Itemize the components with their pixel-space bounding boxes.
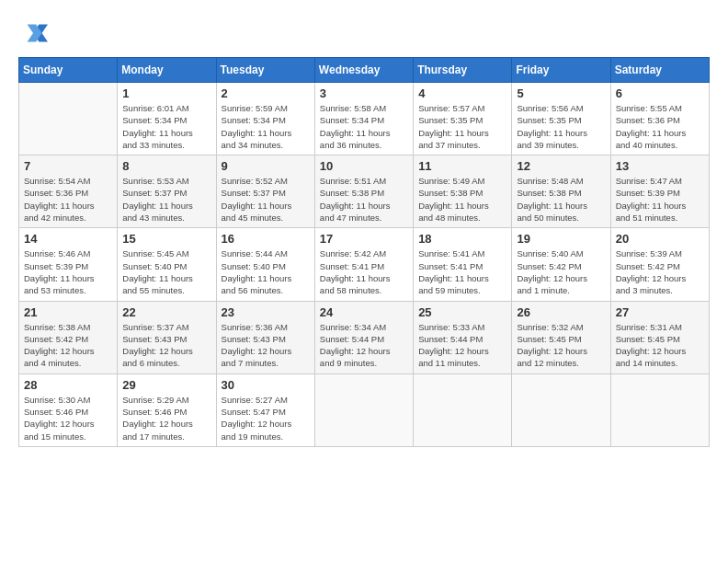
calendar-cell: 23Sunrise: 5:36 AMSunset: 5:43 PMDayligh… [216, 301, 314, 373]
day-number: 15 [122, 232, 210, 246]
day-number: 4 [418, 86, 506, 100]
day-info: Sunrise: 5:39 AMSunset: 5:42 PMDaylight:… [616, 247, 704, 296]
day-number: 26 [517, 305, 605, 319]
day-number: 1 [122, 86, 210, 100]
day-number: 30 [222, 378, 310, 392]
calendar-cell: 28Sunrise: 5:30 AMSunset: 5:46 PMDayligh… [19, 373, 118, 446]
logo-icon [18, 18, 48, 48]
day-number: 8 [122, 159, 210, 173]
calendar-cell [610, 373, 709, 446]
day-info: Sunrise: 5:47 AMSunset: 5:39 PMDaylight:… [616, 175, 704, 224]
calendar-cell: 15Sunrise: 5:45 AMSunset: 5:40 PMDayligh… [118, 228, 216, 301]
calendar-cell: 9Sunrise: 5:52 AMSunset: 5:37 PMDaylight… [216, 155, 314, 228]
day-info: Sunrise: 5:59 AMSunset: 5:34 PMDaylight:… [222, 102, 310, 151]
calendar-cell: 4Sunrise: 5:57 AMSunset: 5:35 PMDaylight… [414, 83, 512, 155]
calendar-cell: 29Sunrise: 5:29 AMSunset: 5:46 PMDayligh… [118, 373, 216, 446]
day-info: Sunrise: 5:27 AMSunset: 5:47 PMDaylight:… [222, 394, 310, 442]
day-number: 9 [222, 159, 310, 173]
day-info: Sunrise: 5:36 AMSunset: 5:43 PMDaylight:… [222, 321, 310, 370]
day-info: Sunrise: 5:37 AMSunset: 5:43 PMDaylight:… [122, 321, 210, 370]
calendar-cell: 27Sunrise: 5:31 AMSunset: 5:45 PMDayligh… [610, 301, 709, 373]
day-info: Sunrise: 5:46 AMSunset: 5:39 PMDaylight:… [24, 247, 112, 296]
day-info: Sunrise: 5:31 AMSunset: 5:45 PMDaylight:… [616, 321, 704, 370]
day-info: Sunrise: 5:48 AMSunset: 5:38 PMDaylight:… [517, 175, 605, 224]
day-info: Sunrise: 6:01 AMSunset: 5:34 PMDaylight:… [122, 102, 210, 151]
calendar-cell: 30Sunrise: 5:27 AMSunset: 5:47 PMDayligh… [216, 373, 314, 446]
day-number: 3 [320, 86, 408, 100]
day-number: 16 [222, 232, 310, 246]
day-number: 18 [418, 232, 506, 246]
calendar-cell: 19Sunrise: 5:40 AMSunset: 5:42 PMDayligh… [512, 228, 610, 301]
calendar-week-4: 21Sunrise: 5:38 AMSunset: 5:42 PMDayligh… [19, 301, 710, 373]
day-number: 5 [517, 86, 605, 100]
calendar-cell [19, 83, 118, 155]
calendar-cell: 7Sunrise: 5:54 AMSunset: 5:36 PMDaylight… [19, 155, 118, 228]
header-day-friday: Friday [512, 58, 610, 83]
calendar-cell: 11Sunrise: 5:49 AMSunset: 5:38 PMDayligh… [414, 155, 512, 228]
day-info: Sunrise: 5:34 AMSunset: 5:44 PMDaylight:… [320, 321, 408, 370]
calendar-header-row: SundayMondayTuesdayWednesdayThursdayFrid… [19, 58, 710, 83]
calendar-week-5: 28Sunrise: 5:30 AMSunset: 5:46 PMDayligh… [19, 373, 710, 446]
calendar-cell: 16Sunrise: 5:44 AMSunset: 5:40 PMDayligh… [216, 228, 314, 301]
header-day-wednesday: Wednesday [314, 58, 413, 83]
day-info: Sunrise: 5:58 AMSunset: 5:34 PMDaylight:… [320, 102, 408, 151]
calendar-cell: 14Sunrise: 5:46 AMSunset: 5:39 PMDayligh… [19, 228, 118, 301]
day-info: Sunrise: 5:44 AMSunset: 5:40 PMDaylight:… [222, 247, 310, 296]
day-number: 2 [222, 86, 310, 100]
day-number: 13 [616, 159, 704, 173]
day-number: 19 [517, 232, 605, 246]
calendar-cell: 22Sunrise: 5:37 AMSunset: 5:43 PMDayligh… [118, 301, 216, 373]
header-day-saturday: Saturday [610, 58, 709, 83]
day-number: 17 [320, 232, 408, 246]
calendar-cell: 3Sunrise: 5:58 AMSunset: 5:34 PMDaylight… [314, 83, 413, 155]
day-info: Sunrise: 5:33 AMSunset: 5:44 PMDaylight:… [418, 321, 506, 370]
day-number: 20 [616, 232, 704, 246]
calendar-cell: 12Sunrise: 5:48 AMSunset: 5:38 PMDayligh… [512, 155, 610, 228]
calendar-week-2: 7Sunrise: 5:54 AMSunset: 5:36 PMDaylight… [19, 155, 710, 228]
calendar-cell: 24Sunrise: 5:34 AMSunset: 5:44 PMDayligh… [314, 301, 413, 373]
page-header [18, 18, 710, 48]
calendar-cell: 5Sunrise: 5:56 AMSunset: 5:35 PMDaylight… [512, 83, 610, 155]
day-info: Sunrise: 5:45 AMSunset: 5:40 PMDaylight:… [122, 247, 210, 296]
day-info: Sunrise: 5:56 AMSunset: 5:35 PMDaylight:… [517, 102, 605, 151]
calendar-cell: 6Sunrise: 5:55 AMSunset: 5:36 PMDaylight… [610, 83, 709, 155]
day-info: Sunrise: 5:40 AMSunset: 5:42 PMDaylight:… [517, 247, 605, 296]
calendar-cell [314, 373, 413, 446]
day-number: 22 [122, 305, 210, 319]
calendar-cell: 1Sunrise: 6:01 AMSunset: 5:34 PMDaylight… [118, 83, 216, 155]
day-number: 29 [122, 378, 210, 392]
day-number: 11 [418, 159, 506, 173]
day-number: 27 [616, 305, 704, 319]
day-info: Sunrise: 5:54 AMSunset: 5:36 PMDaylight:… [24, 175, 112, 224]
calendar-week-3: 14Sunrise: 5:46 AMSunset: 5:39 PMDayligh… [19, 228, 710, 301]
header-day-monday: Monday [118, 58, 216, 83]
day-number: 7 [24, 159, 112, 173]
calendar-cell [414, 373, 512, 446]
logo [18, 18, 51, 48]
day-number: 14 [24, 232, 112, 246]
day-info: Sunrise: 5:51 AMSunset: 5:38 PMDaylight:… [320, 175, 408, 224]
day-info: Sunrise: 5:30 AMSunset: 5:46 PMDaylight:… [24, 394, 112, 442]
calendar-cell: 21Sunrise: 5:38 AMSunset: 5:42 PMDayligh… [19, 301, 118, 373]
day-info: Sunrise: 5:32 AMSunset: 5:45 PMDaylight:… [517, 321, 605, 370]
day-info: Sunrise: 5:49 AMSunset: 5:38 PMDaylight:… [418, 175, 506, 224]
day-number: 21 [24, 305, 112, 319]
day-info: Sunrise: 5:29 AMSunset: 5:46 PMDaylight:… [122, 394, 210, 442]
calendar-cell: 17Sunrise: 5:42 AMSunset: 5:41 PMDayligh… [314, 228, 413, 301]
day-info: Sunrise: 5:41 AMSunset: 5:41 PMDaylight:… [418, 247, 506, 296]
day-number: 24 [320, 305, 408, 319]
day-info: Sunrise: 5:55 AMSunset: 5:36 PMDaylight:… [616, 102, 704, 151]
day-number: 23 [222, 305, 310, 319]
calendar-cell: 13Sunrise: 5:47 AMSunset: 5:39 PMDayligh… [610, 155, 709, 228]
calendar-cell: 25Sunrise: 5:33 AMSunset: 5:44 PMDayligh… [414, 301, 512, 373]
day-info: Sunrise: 5:52 AMSunset: 5:37 PMDaylight:… [222, 175, 310, 224]
calendar-cell: 10Sunrise: 5:51 AMSunset: 5:38 PMDayligh… [314, 155, 413, 228]
day-info: Sunrise: 5:57 AMSunset: 5:35 PMDaylight:… [418, 102, 506, 151]
calendar-table: SundayMondayTuesdayWednesdayThursdayFrid… [18, 57, 710, 447]
day-number: 25 [418, 305, 506, 319]
header-day-sunday: Sunday [19, 58, 118, 83]
day-number: 12 [517, 159, 605, 173]
calendar-cell: 26Sunrise: 5:32 AMSunset: 5:45 PMDayligh… [512, 301, 610, 373]
day-number: 28 [24, 378, 112, 392]
calendar-cell: 20Sunrise: 5:39 AMSunset: 5:42 PMDayligh… [610, 228, 709, 301]
